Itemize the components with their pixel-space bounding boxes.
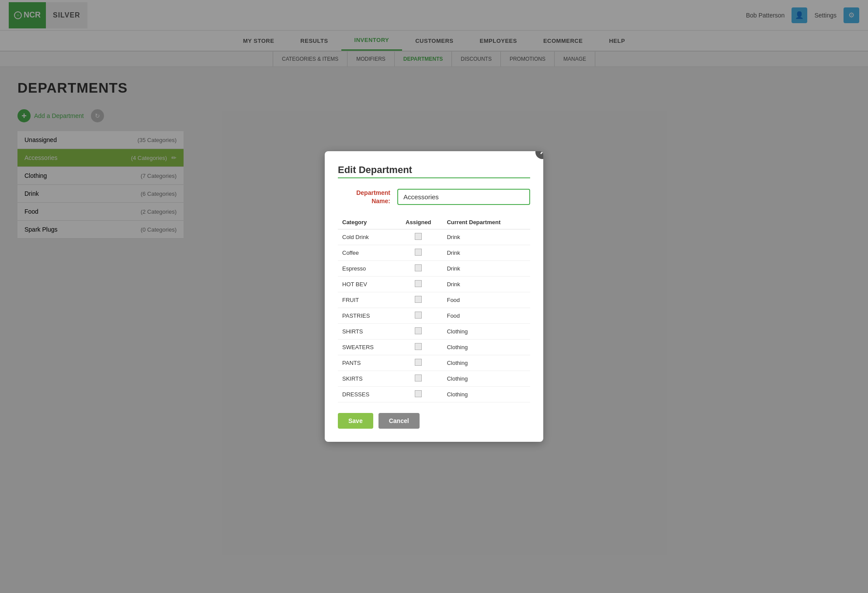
table-row: HOT BEV Drink <box>338 277 530 292</box>
cat-current-dept: Clothing <box>442 340 530 355</box>
edit-department-modal: ✕ Edit Department DepartmentName: Catego… <box>325 151 543 442</box>
cat-checkbox[interactable] <box>415 280 422 287</box>
cat-name: FRUIT <box>338 292 394 308</box>
table-row: SWEATERS Clothing <box>338 340 530 355</box>
modal-overlay: ✕ Edit Department DepartmentName: Catego… <box>0 0 868 593</box>
cat-current-dept: Clothing <box>442 324 530 340</box>
cat-name: Coffee <box>338 245 394 261</box>
cat-checkbox[interactable] <box>415 312 422 319</box>
col-header-assigned: Assigned <box>394 215 442 229</box>
cat-checkbox[interactable] <box>415 233 422 240</box>
cat-assigned-cell[interactable] <box>394 387 442 402</box>
cat-current-dept: Clothing <box>442 371 530 387</box>
table-row: PANTS Clothing <box>338 355 530 371</box>
cat-checkbox[interactable] <box>415 390 422 397</box>
table-row: PASTRIES Food <box>338 308 530 324</box>
table-row: Espresso Drink <box>338 261 530 277</box>
save-button[interactable]: Save <box>338 413 373 429</box>
modal-divider <box>338 177 530 178</box>
table-row: Coffee Drink <box>338 245 530 261</box>
cat-assigned-cell[interactable] <box>394 229 442 245</box>
table-row: FRUIT Food <box>338 292 530 308</box>
table-row: SHIRTS Clothing <box>338 324 530 340</box>
cat-name: DRESSES <box>338 387 394 402</box>
dept-name-label: DepartmentName: <box>338 189 390 205</box>
cat-checkbox[interactable] <box>415 249 422 256</box>
cat-current-dept: Clothing <box>442 355 530 371</box>
cat-name: HOT BEV <box>338 277 394 292</box>
cat-current-dept: Drink <box>442 245 530 261</box>
cancel-button[interactable]: Cancel <box>378 413 420 429</box>
cat-assigned-cell[interactable] <box>394 245 442 261</box>
cat-name: SKIRTS <box>338 371 394 387</box>
table-row: DRESSES Clothing <box>338 387 530 402</box>
cat-current-dept: Food <box>442 308 530 324</box>
cat-checkbox[interactable] <box>415 296 422 303</box>
cat-assigned-cell[interactable] <box>394 355 442 371</box>
cat-assigned-cell[interactable] <box>394 371 442 387</box>
table-row: Cold Drink Drink <box>338 229 530 245</box>
cat-current-dept: Drink <box>442 277 530 292</box>
cat-name: SWEATERS <box>338 340 394 355</box>
cat-checkbox[interactable] <box>415 264 422 271</box>
cat-checkbox[interactable] <box>415 327 422 334</box>
cat-assigned-cell[interactable] <box>394 292 442 308</box>
cat-current-dept: Drink <box>442 261 530 277</box>
cat-current-dept: Drink <box>442 229 530 245</box>
cat-assigned-cell[interactable] <box>394 340 442 355</box>
cat-checkbox[interactable] <box>415 343 422 350</box>
modal-title: Edit Department <box>338 164 530 176</box>
cat-checkbox[interactable] <box>415 359 422 366</box>
cat-assigned-cell[interactable] <box>394 277 442 292</box>
cat-name: PANTS <box>338 355 394 371</box>
col-header-current-dept: Current Department <box>442 215 530 229</box>
dept-name-input[interactable] <box>397 189 530 205</box>
cat-name: SHIRTS <box>338 324 394 340</box>
cat-name: PASTRIES <box>338 308 394 324</box>
modal-actions: Save Cancel <box>338 413 530 429</box>
col-header-category: Category <box>338 215 394 229</box>
cat-current-dept: Clothing <box>442 387 530 402</box>
table-row: SKIRTS Clothing <box>338 371 530 387</box>
cat-name: Cold Drink <box>338 229 394 245</box>
cat-assigned-cell[interactable] <box>394 308 442 324</box>
cat-checkbox[interactable] <box>415 375 422 381</box>
cat-assigned-cell[interactable] <box>394 261 442 277</box>
category-table: Category Assigned Current Department Col… <box>338 215 530 402</box>
cat-assigned-cell[interactable] <box>394 324 442 340</box>
close-icon: ✕ <box>539 151 544 157</box>
cat-current-dept: Food <box>442 292 530 308</box>
cat-name: Espresso <box>338 261 394 277</box>
modal-close-button[interactable]: ✕ <box>535 151 543 159</box>
dept-name-form-row: DepartmentName: <box>338 189 530 205</box>
